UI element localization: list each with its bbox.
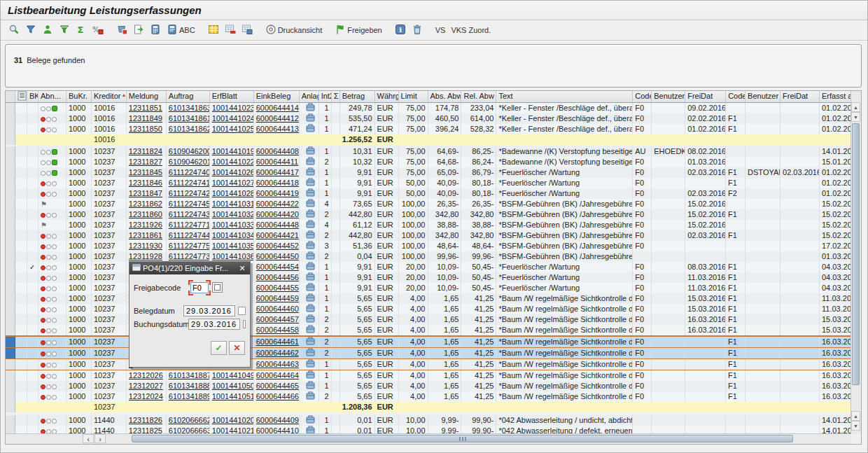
release-flag-button[interactable]: Freigeben <box>332 22 384 38</box>
link-auftrag[interactable]: 6111224745 <box>169 200 210 208</box>
link-auftrag[interactable]: 6111224741 <box>169 179 210 187</box>
link-erfblatt[interactable]: 1001441022 <box>212 158 254 166</box>
link-erfblatt[interactable]: 1001441027 <box>212 179 254 187</box>
cell-einkbeleg[interactable]: 6000644457 <box>254 314 300 325</box>
cell-sel[interactable] <box>6 103 15 113</box>
link-meldung[interactable]: 12311862 <box>129 200 162 208</box>
grid-remove-button[interactable] <box>223 22 238 38</box>
dialog-title-bar[interactable]: PO4(1)/220 Eingabe Fr... ✕ <box>130 262 250 274</box>
column-header-text[interactable]: Text <box>496 91 633 102</box>
cell-einkbeleg[interactable]: 6000644465 <box>254 381 300 391</box>
link-auftrag[interactable]: 6111224775 <box>169 242 210 250</box>
link-einkbeleg[interactable]: 6000644456 <box>256 273 299 281</box>
horizontal-scrollbar[interactable]: ‹ › <box>6 433 851 444</box>
sort-funnel-button[interactable] <box>57 22 72 38</box>
cell-sel[interactable] <box>6 199 15 209</box>
cell-erfblatt[interactable]: 1001441025 <box>210 124 254 134</box>
attachment-icon[interactable] <box>306 293 315 304</box>
link-auftrag[interactable]: 6111224773 <box>169 252 210 260</box>
freigabecode-matchcode-button[interactable] <box>212 282 223 293</box>
cell-einkbeleg[interactable]: 6000644458 <box>254 325 300 335</box>
link-meldung[interactable]: 12311824 <box>129 147 162 155</box>
attachment-icon[interactable] <box>306 325 315 335</box>
link-auftrag[interactable]: 6111224742 <box>169 189 210 197</box>
cell-erfblatt[interactable]: 1001441020 <box>210 415 254 426</box>
attachment-icon[interactable] <box>306 199 315 209</box>
cell-auftrag[interactable]: 6101341889 <box>167 391 210 402</box>
attachment-icon[interactable] <box>306 391 315 402</box>
cell-sel[interactable] <box>6 241 15 251</box>
calculator-abc-button[interactable]: ABC <box>164 22 197 38</box>
cell-erfblatt[interactable]: 1001441019 <box>210 146 254 157</box>
cell-sel[interactable] <box>6 124 15 134</box>
link-auftrag[interactable]: 6111224743 <box>169 210 210 218</box>
link-erfblatt[interactable]: 1001441051 <box>212 392 254 400</box>
cell-einkbeleg[interactable]: 6000644409 <box>254 415 300 426</box>
cell-einkbeleg[interactable]: 6000644460 <box>254 304 300 314</box>
cell-erfblatt[interactable]: 1001441031 <box>210 199 254 209</box>
link-erfblatt[interactable]: 1001441020 <box>212 416 254 424</box>
cell-sel[interactable] <box>6 283 15 293</box>
attachment-icon[interactable] <box>306 113 315 124</box>
cell-sel[interactable] <box>6 415 15 426</box>
table-row[interactable]: 1000102371231202461013418891001441051600… <box>6 391 851 402</box>
link-einkbeleg[interactable]: 6000644457 <box>256 315 299 323</box>
cell-einkbeleg[interactable]: 6000644408 <box>254 146 300 157</box>
attachment-icon[interactable] <box>306 241 315 251</box>
cell-sel[interactable] <box>6 220 15 230</box>
link-einkbeleg[interactable]: 6000644412 <box>256 114 299 123</box>
link-einkbeleg[interactable]: 6000644463 <box>256 360 299 368</box>
link-auftrag[interactable]: 6111224744 <box>169 231 210 239</box>
link-einkbeleg[interactable]: 6000644461 <box>256 337 299 346</box>
cell-sel[interactable] <box>6 209 15 220</box>
table-row[interactable]: 1000114401231182661020666621001441020600… <box>6 415 851 426</box>
cell-erfblatt[interactable]: 1001441027 <box>210 178 254 188</box>
buchungsdatum-input[interactable] <box>188 319 240 330</box>
link-einkbeleg[interactable]: 6000644452 <box>256 242 299 250</box>
attachment-icon[interactable] <box>306 220 315 230</box>
link-einkbeleg[interactable]: 6000644450 <box>256 252 299 260</box>
cell-erfblatt[interactable]: 1001441028 <box>210 188 254 199</box>
link-auftrag[interactable]: 6101341889 <box>169 392 210 400</box>
link-meldung[interactable]: 12311847 <box>129 189 162 197</box>
cell-meldung[interactable]: 12311851 <box>127 103 167 113</box>
cell-einkbeleg[interactable]: 6000644459 <box>254 293 300 304</box>
column-header-code2[interactable]: Code <box>726 91 746 102</box>
scroll-right-button[interactable]: › <box>94 434 106 443</box>
cell-sel[interactable] <box>6 314 15 325</box>
cell-auftrag[interactable]: 6101341861 <box>167 113 210 124</box>
sum-button[interactable]: Σ <box>74 22 89 38</box>
cell-sel[interactable] <box>6 370 15 381</box>
column-header-bk[interactable]: BK <box>27 91 38 102</box>
link-auftrag[interactable]: 6111224740 <box>169 168 210 176</box>
print-preview-button[interactable]: Druckansicht <box>263 22 325 38</box>
link-erfblatt[interactable]: 1001441025 <box>212 125 254 133</box>
cell-sel[interactable] <box>6 348 15 358</box>
cell-einkbeleg[interactable]: 6000644450 <box>254 251 300 262</box>
link-auftrag[interactable]: 6101341862 <box>169 125 210 133</box>
cell-erfblatt[interactable]: 1001441023 <box>210 103 254 113</box>
cell-einkbeleg[interactable]: 6000644422 <box>254 199 300 209</box>
link-erfblatt[interactable]: 1001441049 <box>212 371 254 379</box>
cell-meldung[interactable]: 12312027 <box>127 381 167 391</box>
link-auftrag[interactable]: 6101341861 <box>169 114 210 123</box>
filter-button[interactable] <box>23 22 38 38</box>
column-header-int2[interactable]: Int2 <box>319 91 332 102</box>
info-button[interactable]: i <box>393 22 408 38</box>
column-header-sigma[interactable]: Σ <box>332 91 340 102</box>
cell-sel[interactable] <box>6 146 15 157</box>
table-row[interactable]: ⚑100010237123119266111224771100144103360… <box>6 220 851 230</box>
link-erfblatt[interactable]: 1001441024 <box>212 114 254 123</box>
link-einkbeleg[interactable]: 6000644454 <box>256 263 299 271</box>
cell-einkbeleg[interactable]: 6000644464 <box>254 370 300 381</box>
link-erfblatt[interactable]: 1001441036 <box>212 252 254 260</box>
scroll-left-button[interactable]: ‹ <box>83 434 94 443</box>
vertical-scroll-thumb[interactable] <box>852 123 860 385</box>
attachment-icon[interactable] <box>306 157 315 167</box>
dialog-cancel-button[interactable]: ✕ <box>229 341 245 355</box>
link-meldung[interactable]: 12311851 <box>129 104 162 112</box>
cell-auftrag[interactable]: 6109046201 <box>167 157 210 167</box>
cell-meldung[interactable]: 12311930 <box>127 241 167 251</box>
link-einkbeleg[interactable]: 6000644464 <box>256 371 299 379</box>
link-auftrag[interactable]: 6102066662 <box>169 416 210 424</box>
